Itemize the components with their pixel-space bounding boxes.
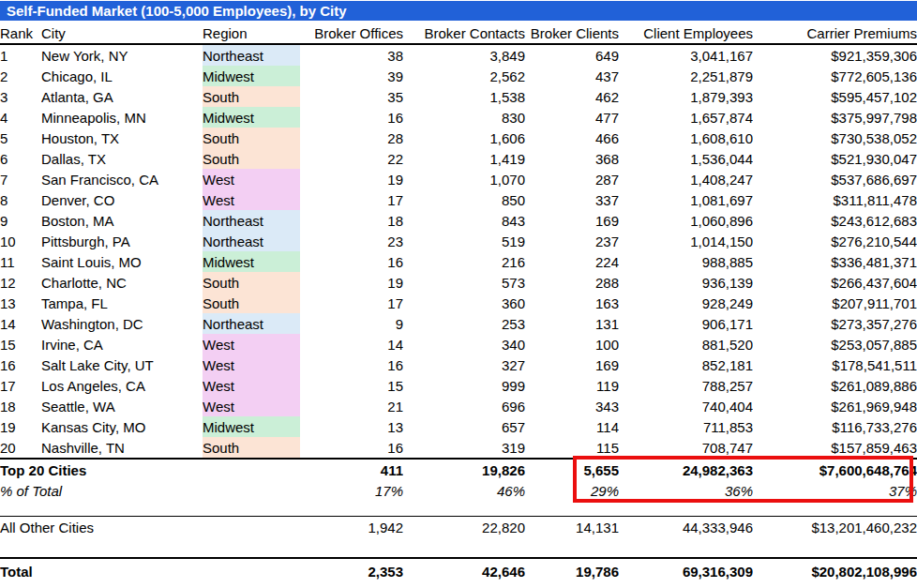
cell-carrier-premiums: $336,481,371 (753, 251, 917, 272)
cell-broker-contacts: 830 (403, 107, 525, 128)
table-row: 9Boston, MANortheast188431691,060,896$24… (0, 210, 917, 231)
table-row: 19Kansas City, MOMidwest13657114711,853$… (0, 416, 917, 437)
cell-city: Washington, DC (41, 313, 203, 334)
cell-region: Midwest (203, 251, 300, 272)
cell-broker-contacts: 1,419 (403, 148, 525, 169)
cell-rank: 20 (0, 437, 41, 459)
cell-rank: 18 (0, 396, 41, 416)
top20-broker-offices: 411 (300, 459, 403, 480)
summary-row-pct-of-total: % of Total 17% 46% 29% 36% 37% (0, 480, 917, 501)
cell-region: South (203, 293, 300, 313)
table-row: 4Minneapolis, MNMidwest168304771,657,874… (0, 107, 917, 128)
summary-rows: Top 20 Cities 411 19,826 5,655 24,982,36… (0, 459, 917, 583)
table-row: 3Atlanta, GASouth351,5384621,879,393$595… (0, 86, 917, 107)
col-header-carrier-premiums: Carrier Premiums (753, 23, 917, 44)
cell-broker-contacts: 573 (403, 272, 525, 293)
other-client-employees: 44,333,946 (619, 517, 753, 538)
cell-region: West (203, 334, 300, 354)
summary-label-top20: Top 20 Cities (0, 459, 300, 480)
cell-carrier-premiums: $730,538,052 (753, 128, 917, 148)
table-row: 13Tampa, FLSouth17360163928,249$207,911,… (0, 293, 917, 313)
cell-broker-clients: 169 (525, 210, 619, 231)
cell-broker-offices: 16 (300, 107, 403, 128)
cell-broker-offices: 35 (300, 86, 403, 107)
cell-broker-offices: 16 (300, 354, 403, 375)
cell-region: Northeast (203, 44, 300, 66)
cell-carrier-premiums: $595,457,102 (753, 86, 917, 107)
cell-broker-clients: 100 (525, 334, 619, 354)
cell-region: West (203, 189, 300, 210)
cell-broker-offices: 19 (300, 169, 403, 189)
header-row: Rank City Region Broker Offices Broker C… (0, 23, 917, 44)
cell-city: Dallas, TX (41, 148, 203, 169)
other-broker-clients: 14,131 (525, 517, 619, 538)
cell-region: South (203, 148, 300, 169)
cell-region: Midwest (203, 66, 300, 86)
report-title-bar: Self-Funded Market (100-5,000 Employees)… (0, 1, 917, 21)
cell-broker-offices: 16 (300, 251, 403, 272)
cell-rank: 9 (0, 210, 41, 231)
summary-row-total: Total 2,353 42,646 19,786 69,316,309 $20… (0, 558, 917, 583)
cell-rank: 13 (0, 293, 41, 313)
cell-rank: 5 (0, 128, 41, 148)
other-broker-offices: 1,942 (300, 517, 403, 538)
cell-broker-contacts: 1,538 (403, 86, 525, 107)
table-row: 14Washington, DCNortheast9253131906,171$… (0, 313, 917, 334)
cell-carrier-premiums: $243,612,683 (753, 210, 917, 231)
cell-broker-offices: 28 (300, 128, 403, 148)
cell-city: Irvine, CA (41, 334, 203, 354)
cell-region: Midwest (203, 416, 300, 437)
cell-client-employees: 740,404 (619, 396, 753, 416)
table-row: 18Seattle, WAWest21696343740,404$261,969… (0, 396, 917, 416)
total-broker-offices: 2,353 (300, 558, 403, 583)
cell-region: West (203, 354, 300, 375)
cell-carrier-premiums: $207,911,701 (753, 293, 917, 313)
cell-client-employees: 1,879,393 (619, 86, 753, 107)
pct-client-employees: 36% (619, 480, 753, 501)
cell-rank: 3 (0, 86, 41, 107)
cell-broker-contacts: 319 (403, 437, 525, 459)
cell-client-employees: 1,408,247 (619, 169, 753, 189)
top20-broker-contacts: 19,826 (403, 459, 525, 480)
cell-carrier-premiums: $311,811,478 (753, 189, 917, 210)
cell-client-employees: 1,657,874 (619, 107, 753, 128)
cell-city: Charlotte, NC (41, 272, 203, 293)
cell-carrier-premiums: $178,541,511 (753, 354, 917, 375)
cell-broker-offices: 17 (300, 189, 403, 210)
cell-rank: 2 (0, 66, 41, 86)
cell-broker-clients: 169 (525, 354, 619, 375)
cell-carrier-premiums: $772,605,136 (753, 66, 917, 86)
cell-broker-contacts: 2,562 (403, 66, 525, 86)
cell-city: Nashville, TN (41, 437, 203, 459)
cell-broker-offices: 14 (300, 334, 403, 354)
cell-broker-clients: 288 (525, 272, 619, 293)
cell-carrier-premiums: $276,210,544 (753, 231, 917, 251)
table-row: 1New York, NYNortheast383,8496493,041,16… (0, 44, 917, 66)
cell-city: Boston, MA (41, 210, 203, 231)
cell-broker-clients: 368 (525, 148, 619, 169)
cell-city: San Francisco, CA (41, 169, 203, 189)
cell-broker-contacts: 327 (403, 354, 525, 375)
pct-carrier-premiums: 37% (753, 480, 917, 501)
cell-carrier-premiums: $521,930,047 (753, 148, 917, 169)
col-header-client-employees: Client Employees (619, 23, 753, 44)
cell-region: South (203, 437, 300, 459)
market-table: Rank City Region Broker Offices Broker C… (0, 23, 917, 583)
cell-broker-clients: 114 (525, 416, 619, 437)
cell-city: Chicago, IL (41, 66, 203, 86)
cell-rank: 4 (0, 107, 41, 128)
cell-rank: 1 (0, 44, 41, 66)
cell-carrier-premiums: $261,089,886 (753, 375, 917, 396)
cell-region: West (203, 169, 300, 189)
cell-broker-contacts: 850 (403, 189, 525, 210)
cell-client-employees: 928,249 (619, 293, 753, 313)
cell-broker-contacts: 360 (403, 293, 525, 313)
cell-client-employees: 936,139 (619, 272, 753, 293)
cell-client-employees: 881,520 (619, 334, 753, 354)
cell-carrier-premiums: $157,859,463 (753, 437, 917, 459)
cell-carrier-premiums: $253,057,885 (753, 334, 917, 354)
cell-region: West (203, 396, 300, 416)
table-row: 8Denver, COWest178503371,081,697$311,811… (0, 189, 917, 210)
cell-broker-contacts: 3,849 (403, 44, 525, 66)
cell-client-employees: 1,608,610 (619, 128, 753, 148)
